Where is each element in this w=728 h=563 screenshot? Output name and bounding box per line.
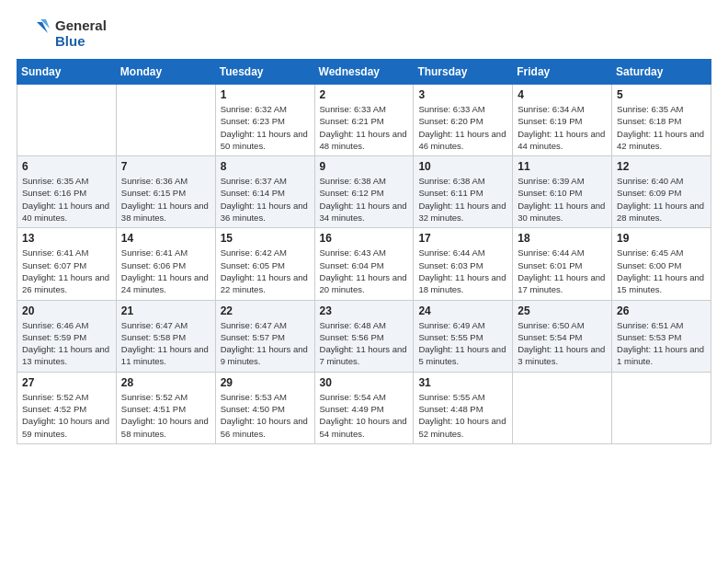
col-monday: Monday [116,60,215,85]
calendar-cell: 16 Sunrise: 6:43 AMSunset: 6:04 PMDaylig… [314,228,414,300]
day-info: Sunrise: 5:53 AMSunset: 4:50 PMDaylight:… [221,391,310,440]
day-info: Sunrise: 6:33 AMSunset: 6:21 PMDaylight:… [320,103,409,152]
day-info: Sunrise: 6:41 AMSunset: 6:06 PMDaylight:… [121,247,210,295]
calendar-cell: 3 Sunrise: 6:33 AMSunset: 6:20 PMDayligh… [414,85,513,156]
day-number: 7 [121,160,210,173]
day-info: Sunrise: 6:37 AMSunset: 6:14 PMDaylight:… [221,175,310,224]
calendar-cell [116,85,215,156]
day-number: 19 [617,232,706,245]
calendar-cell: 22 Sunrise: 6:47 AMSunset: 5:57 PMDaylig… [215,300,314,372]
day-info: Sunrise: 6:41 AMSunset: 6:07 PMDaylight:… [22,247,111,295]
calendar-cell: 24 Sunrise: 6:49 AMSunset: 5:55 PMDaylig… [414,300,513,372]
calendar-week-row: 13 Sunrise: 6:41 AMSunset: 6:07 PMDaylig… [17,228,711,300]
calendar-cell [513,372,612,443]
day-info: Sunrise: 6:35 AMSunset: 6:16 PMDaylight:… [22,175,111,224]
day-info: Sunrise: 6:42 AMSunset: 6:05 PMDaylight:… [221,247,310,295]
day-info: Sunrise: 6:39 AMSunset: 6:10 PMDaylight:… [518,175,607,224]
day-info: Sunrise: 6:47 AMSunset: 5:58 PMDaylight:… [121,319,210,368]
day-info: Sunrise: 6:49 AMSunset: 5:55 PMDaylight:… [418,319,507,368]
day-number: 21 [121,304,210,317]
calendar-cell: 21 Sunrise: 6:47 AMSunset: 5:58 PMDaylig… [116,300,215,372]
calendar-cell: 8 Sunrise: 6:37 AMSunset: 6:14 PMDayligh… [215,156,314,228]
day-number: 13 [22,232,111,245]
day-info: Sunrise: 5:52 AMSunset: 4:51 PMDaylight:… [121,391,210,440]
day-info: Sunrise: 5:55 AMSunset: 4:48 PMDaylight:… [418,391,507,440]
header: General Blue [17,17,711,50]
day-info: Sunrise: 6:38 AMSunset: 6:11 PMDaylight:… [418,175,507,224]
calendar-cell: 4 Sunrise: 6:34 AMSunset: 6:19 PMDayligh… [513,85,612,156]
day-number: 27 [22,376,111,389]
day-info: Sunrise: 6:44 AMSunset: 6:03 PMDaylight:… [418,247,507,295]
logo-blue-text: Blue [55,33,107,49]
calendar-week-row: 20 Sunrise: 6:46 AMSunset: 5:59 PMDaylig… [17,300,711,372]
calendar-cell: 14 Sunrise: 6:41 AMSunset: 6:06 PMDaylig… [116,228,215,300]
day-info: Sunrise: 6:45 AMSunset: 6:00 PMDaylight:… [617,247,706,295]
day-info: Sunrise: 6:38 AMSunset: 6:12 PMDaylight:… [320,175,409,224]
calendar-cell: 2 Sunrise: 6:33 AMSunset: 6:21 PMDayligh… [314,85,414,156]
calendar-cell: 17 Sunrise: 6:44 AMSunset: 6:03 PMDaylig… [414,228,513,300]
calendar-cell: 26 Sunrise: 6:51 AMSunset: 5:53 PMDaylig… [612,300,711,372]
day-info: Sunrise: 6:44 AMSunset: 6:01 PMDaylight:… [518,247,607,295]
day-number: 26 [617,304,706,317]
day-info: Sunrise: 6:36 AMSunset: 6:15 PMDaylight:… [121,175,210,224]
day-number: 1 [221,88,310,101]
calendar-cell: 11 Sunrise: 6:39 AMSunset: 6:10 PMDaylig… [513,156,612,228]
calendar-cell: 27 Sunrise: 5:52 AMSunset: 4:52 PMDaylig… [17,372,117,443]
day-number: 9 [320,160,409,173]
day-info: Sunrise: 5:52 AMSunset: 4:52 PMDaylight:… [22,391,111,440]
day-number: 24 [418,304,507,317]
day-number: 17 [418,232,507,245]
calendar-week-row: 27 Sunrise: 5:52 AMSunset: 4:52 PMDaylig… [17,372,711,443]
logo-general-text: General [55,17,107,33]
day-number: 16 [320,232,409,245]
calendar-cell [17,85,117,156]
calendar-cell: 31 Sunrise: 5:55 AMSunset: 4:48 PMDaylig… [414,372,513,443]
calendar-week-row: 1 Sunrise: 6:32 AMSunset: 6:23 PMDayligh… [17,85,711,156]
day-info: Sunrise: 5:54 AMSunset: 4:49 PMDaylight:… [320,391,409,440]
calendar-cell: 18 Sunrise: 6:44 AMSunset: 6:01 PMDaylig… [513,228,612,300]
calendar-cell: 6 Sunrise: 6:35 AMSunset: 6:16 PMDayligh… [17,156,117,228]
day-number: 14 [121,232,210,245]
day-number: 12 [617,160,706,173]
day-info: Sunrise: 6:46 AMSunset: 5:59 PMDaylight:… [22,319,111,368]
day-number: 10 [418,160,507,173]
calendar-table: Sunday Monday Tuesday Wednesday Thursday… [17,59,711,444]
day-number: 2 [320,88,409,101]
calendar-cell: 13 Sunrise: 6:41 AMSunset: 6:07 PMDaylig… [17,228,117,300]
calendar-cell: 19 Sunrise: 6:45 AMSunset: 6:00 PMDaylig… [612,228,711,300]
day-number: 29 [221,376,310,389]
calendar-cell: 28 Sunrise: 5:52 AMSunset: 4:51 PMDaylig… [116,372,215,443]
calendar-cell: 23 Sunrise: 6:48 AMSunset: 5:56 PMDaylig… [314,300,414,372]
day-number: 15 [221,232,310,245]
col-tuesday: Tuesday [215,60,314,85]
day-info: Sunrise: 6:51 AMSunset: 5:53 PMDaylight:… [617,319,706,368]
day-number: 8 [221,160,310,173]
day-info: Sunrise: 6:34 AMSunset: 6:19 PMDaylight:… [518,103,607,152]
calendar-cell: 20 Sunrise: 6:46 AMSunset: 5:59 PMDaylig… [17,300,117,372]
calendar-cell: 5 Sunrise: 6:35 AMSunset: 6:18 PMDayligh… [612,85,711,156]
day-number: 4 [518,88,607,101]
day-number: 5 [617,88,706,101]
calendar-cell: 25 Sunrise: 6:50 AMSunset: 5:54 PMDaylig… [513,300,612,372]
calendar-cell: 7 Sunrise: 6:36 AMSunset: 6:15 PMDayligh… [116,156,215,228]
col-thursday: Thursday [414,60,513,85]
day-info: Sunrise: 6:32 AMSunset: 6:23 PMDaylight:… [221,103,310,152]
day-number: 18 [518,232,607,245]
day-number: 6 [22,160,111,173]
calendar-header-row: Sunday Monday Tuesday Wednesday Thursday… [17,60,711,85]
calendar-cell: 29 Sunrise: 5:53 AMSunset: 4:50 PMDaylig… [215,372,314,443]
calendar-cell: 30 Sunrise: 5:54 AMSunset: 4:49 PMDaylig… [314,372,414,443]
calendar-cell: 9 Sunrise: 6:38 AMSunset: 6:12 PMDayligh… [314,156,414,228]
day-number: 22 [221,304,310,317]
calendar-cell: 10 Sunrise: 6:38 AMSunset: 6:11 PMDaylig… [414,156,513,228]
day-info: Sunrise: 6:47 AMSunset: 5:57 PMDaylight:… [221,319,310,368]
day-info: Sunrise: 6:50 AMSunset: 5:54 PMDaylight:… [518,319,607,368]
col-wednesday: Wednesday [314,60,414,85]
calendar-cell: 15 Sunrise: 6:42 AMSunset: 6:05 PMDaylig… [215,228,314,300]
day-info: Sunrise: 6:33 AMSunset: 6:20 PMDaylight:… [418,103,507,152]
day-number: 23 [320,304,409,317]
day-info: Sunrise: 6:40 AMSunset: 6:09 PMDaylight:… [617,175,706,224]
day-info: Sunrise: 6:48 AMSunset: 5:56 PMDaylight:… [320,319,409,368]
logo-svg [17,17,50,50]
day-number: 20 [22,304,111,317]
